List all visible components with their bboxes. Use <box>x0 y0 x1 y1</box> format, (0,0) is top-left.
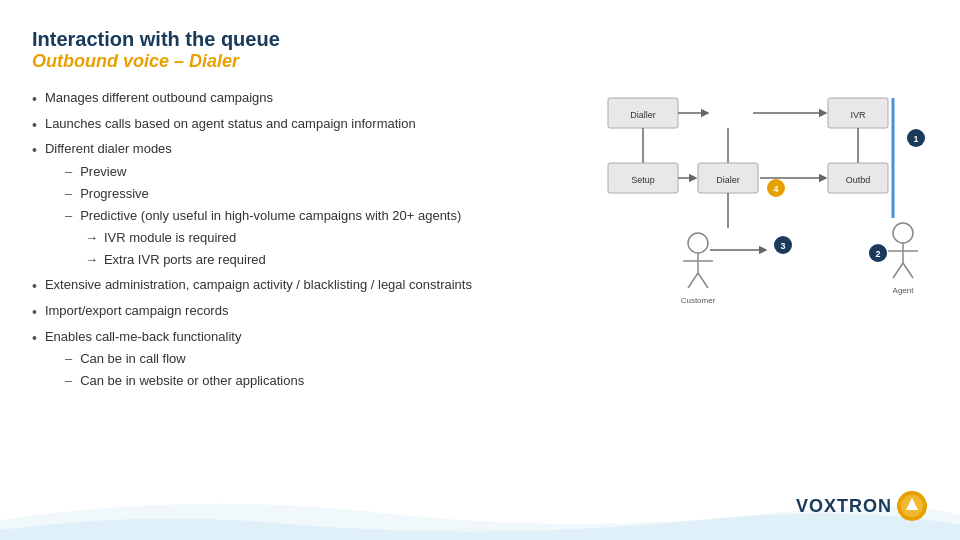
svg-line-30 <box>893 263 903 278</box>
arrow-list-item: → Extra IVR ports are required <box>85 250 461 270</box>
svg-text:Dialer: Dialer <box>716 175 740 185</box>
bullet-text: Enables call-me-back functionality <box>45 329 242 344</box>
dash-icon: – <box>65 206 72 226</box>
bullet-icon: • <box>32 276 37 298</box>
bullet-text: Extensive administration, campaign activ… <box>45 275 472 295</box>
svg-text:Agent: Agent <box>893 286 915 295</box>
bullet-icon: • <box>32 302 37 324</box>
svg-text:3: 3 <box>780 241 785 251</box>
bullet-icon: • <box>32 328 37 350</box>
list-item: • Extensive administration, campaign act… <box>32 275 578 298</box>
slide-container: Interaction with the queue Outbound voic… <box>0 0 960 540</box>
list-item: • Launches calls based on agent status a… <box>32 114 578 137</box>
text-content: • Manages different outbound campaigns •… <box>32 88 598 396</box>
svg-text:IVR: IVR <box>850 110 866 120</box>
header: Interaction with the queue Outbound voic… <box>32 28 928 72</box>
sub-list-item: – Preview <box>65 162 461 182</box>
bullet-icon: • <box>32 89 37 111</box>
bullet-text: Launches calls based on agent status and… <box>45 114 416 134</box>
svg-text:4: 4 <box>773 184 778 194</box>
list-item: • Enables call-me-back functionality – C… <box>32 327 578 393</box>
sub-item-text: Can be in website or other applications <box>80 371 304 391</box>
sub-item-text: Progressive <box>80 184 149 204</box>
sub-item-text: Predictive (only useful in high-volume c… <box>80 206 461 226</box>
sub-list: – Preview – Progressive – Predictive (on… <box>65 162 461 271</box>
sub-list: – Can be in call flow – Can be in websit… <box>65 349 304 391</box>
arrow-text: IVR module is required <box>104 228 236 248</box>
dash-icon: – <box>65 162 72 182</box>
sub-title: Outbound voice – Dialer <box>32 51 928 72</box>
svg-point-27 <box>893 223 913 243</box>
bullet-text: Manages different outbound campaigns <box>45 88 273 108</box>
sub-item-text: Can be in call flow <box>80 349 186 369</box>
sub-item-text: Preview <box>80 162 126 182</box>
voxtron-logo: VOXTRON <box>796 490 928 522</box>
content-area: • Manages different outbound campaigns •… <box>32 88 928 396</box>
main-bullet-list: • Manages different outbound campaigns •… <box>32 88 578 393</box>
list-item: • Different dialer modes – Preview – Pro… <box>32 139 578 272</box>
arrow-text: Extra IVR ports are required <box>104 250 266 270</box>
main-title: Interaction with the queue <box>32 28 928 51</box>
sub-list-item: – Can be in website or other application… <box>65 371 304 391</box>
dash-icon: – <box>65 184 72 204</box>
svg-line-31 <box>903 263 913 278</box>
voxtron-text: VOXTRON <box>796 496 892 517</box>
bullet-text: Import/export campaign records <box>45 301 229 321</box>
dash-icon: – <box>65 371 72 391</box>
svg-line-25 <box>698 273 708 288</box>
voxtron-icon <box>896 490 928 522</box>
sub-list-item: – Predictive (only useful in high-volume… <box>65 206 461 226</box>
bullet-text: Different dialer modes <box>45 141 172 156</box>
svg-text:2: 2 <box>875 249 880 259</box>
bullet-icon: • <box>32 115 37 137</box>
arrow-icon: → <box>85 228 98 248</box>
sub-list-item: – Progressive <box>65 184 461 204</box>
svg-text:Dialler: Dialler <box>630 110 656 120</box>
arrow-icon: → <box>85 250 98 270</box>
bullet-icon: • <box>32 140 37 162</box>
svg-text:Outbd: Outbd <box>846 175 871 185</box>
list-item: • Manages different outbound campaigns <box>32 88 578 111</box>
svg-text:Customer: Customer <box>681 296 716 305</box>
svg-text:Setup: Setup <box>631 175 655 185</box>
arrow-list-item: → IVR module is required <box>85 228 461 248</box>
svg-line-24 <box>688 273 698 288</box>
diagram-svg: Dialler IVR Setup Dialer <box>598 88 928 308</box>
list-item: • Import/export campaign records <box>32 301 578 324</box>
svg-text:1: 1 <box>913 134 918 144</box>
svg-point-21 <box>688 233 708 253</box>
sub-list-item: – Can be in call flow <box>65 349 304 369</box>
diagram-area: Dialler IVR Setup Dialer <box>598 88 928 308</box>
dash-icon: – <box>65 349 72 369</box>
